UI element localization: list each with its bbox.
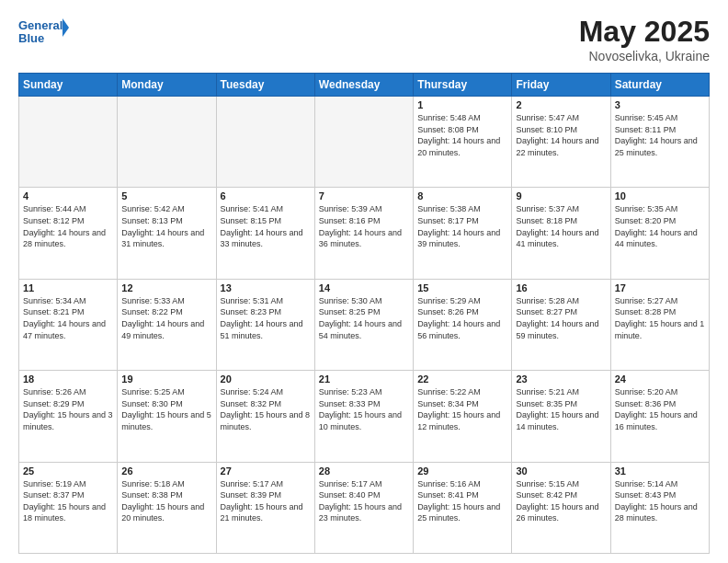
day-info: Sunrise: 5:29 AM Sunset: 8:26 PM Dayligh… [417, 295, 507, 341]
day-number: 30 [516, 465, 606, 477]
sunset-label: Sunset: 8:12 PM [23, 216, 85, 225]
day-number: 28 [319, 465, 409, 477]
day-info: Sunrise: 5:23 AM Sunset: 8:33 PM Dayligh… [319, 386, 409, 432]
calendar-cell: 25 Sunrise: 5:19 AM Sunset: 8:37 PM Dayl… [19, 462, 118, 553]
sunset-label: Sunset: 8:20 PM [615, 216, 677, 225]
calendar-cell: 6 Sunrise: 5:41 AM Sunset: 8:15 PM Dayli… [216, 188, 314, 279]
day-number: 29 [417, 465, 507, 477]
calendar-cell: 15 Sunrise: 5:29 AM Sunset: 8:26 PM Dayl… [414, 279, 512, 370]
sunrise-label: Sunrise: 5:44 AM [23, 204, 86, 213]
day-number: 27 [221, 465, 311, 477]
calendar-cell: 19 Sunrise: 5:25 AM Sunset: 8:30 PM Dayl… [118, 371, 216, 462]
day-info: Sunrise: 5:45 AM Sunset: 8:11 PM Dayligh… [615, 112, 705, 158]
sunrise-label: Sunrise: 5:39 AM [319, 204, 382, 213]
day-info: Sunrise: 5:41 AM Sunset: 8:15 PM Dayligh… [221, 203, 311, 249]
calendar-cell: 31 Sunrise: 5:14 AM Sunset: 8:43 PM Dayl… [610, 462, 709, 553]
daylight-label: Daylight: 15 hours and 3 minutes. [23, 410, 113, 431]
calendar-cell: 4 Sunrise: 5:44 AM Sunset: 8:12 PM Dayli… [19, 188, 118, 279]
calendar-cell: 24 Sunrise: 5:20 AM Sunset: 8:36 PM Dayl… [610, 371, 709, 462]
calendar-cell: 29 Sunrise: 5:16 AM Sunset: 8:41 PM Dayl… [414, 462, 512, 553]
calendar-day-header-saturday: Saturday [610, 74, 709, 97]
calendar-cell: 9 Sunrise: 5:37 AM Sunset: 8:18 PM Dayli… [512, 188, 610, 279]
sunrise-label: Sunrise: 5:21 AM [516, 387, 579, 396]
svg-text:General: General [18, 18, 63, 32]
sunrise-label: Sunrise: 5:47 AM [516, 113, 579, 122]
daylight-label: Daylight: 15 hours and 21 minutes. [221, 502, 303, 523]
calendar-day-header-friday: Friday [512, 74, 610, 97]
header: General Blue May 2025 Novoselivka, Ukrai… [18, 15, 710, 63]
daylight-label: Daylight: 14 hours and 28 minutes. [23, 228, 106, 249]
sunrise-label: Sunrise: 5:26 AM [23, 387, 86, 396]
sunset-label: Sunset: 8:39 PM [221, 490, 282, 500]
day-info: Sunrise: 5:39 AM Sunset: 8:16 PM Dayligh… [319, 203, 409, 249]
day-number: 18 [23, 373, 113, 385]
daylight-label: Daylight: 14 hours and 25 minutes. [615, 136, 698, 157]
daylight-label: Daylight: 15 hours and 18 minutes. [23, 502, 106, 523]
sunset-label: Sunset: 8:10 PM [516, 125, 577, 134]
sunrise-label: Sunrise: 5:37 AM [516, 204, 579, 213]
sunrise-label: Sunrise: 5:14 AM [615, 479, 678, 488]
calendar-cell [314, 97, 413, 188]
daylight-label: Daylight: 14 hours and 59 minutes. [516, 319, 598, 340]
logo-svg: General Blue [18, 15, 69, 52]
sunrise-label: Sunrise: 5:15 AM [516, 479, 579, 488]
daylight-label: Daylight: 14 hours and 39 minutes. [417, 228, 500, 249]
day-info: Sunrise: 5:25 AM Sunset: 8:30 PM Dayligh… [121, 386, 211, 432]
day-number: 7 [319, 190, 409, 201]
calendar-cell: 5 Sunrise: 5:42 AM Sunset: 8:13 PM Dayli… [118, 188, 216, 279]
calendar-cell: 1 Sunrise: 5:48 AM Sunset: 8:08 PM Dayli… [414, 97, 512, 188]
sunset-label: Sunset: 8:38 PM [121, 490, 183, 500]
page: General Blue May 2025 Novoselivka, Ukrai… [0, 0, 728, 563]
daylight-label: Daylight: 14 hours and 33 minutes. [221, 228, 303, 249]
day-info: Sunrise: 5:38 AM Sunset: 8:17 PM Dayligh… [417, 203, 507, 249]
sunrise-label: Sunrise: 5:35 AM [615, 204, 678, 213]
calendar-cell: 27 Sunrise: 5:17 AM Sunset: 8:39 PM Dayl… [216, 462, 314, 553]
daylight-label: Daylight: 15 hours and 16 minutes. [615, 410, 698, 431]
sunset-label: Sunset: 8:33 PM [319, 399, 381, 408]
day-info: Sunrise: 5:42 AM Sunset: 8:13 PM Dayligh… [121, 203, 211, 249]
sunrise-label: Sunrise: 5:27 AM [615, 296, 678, 305]
calendar-week-row-1: 1 Sunrise: 5:48 AM Sunset: 8:08 PM Dayli… [19, 97, 710, 188]
calendar-cell [118, 97, 216, 188]
sunrise-label: Sunrise: 5:34 AM [23, 296, 86, 305]
sunset-label: Sunset: 8:21 PM [23, 307, 85, 316]
sunrise-label: Sunrise: 5:24 AM [221, 387, 284, 396]
day-info: Sunrise: 5:48 AM Sunset: 8:08 PM Dayligh… [417, 112, 507, 158]
calendar-cell: 26 Sunrise: 5:18 AM Sunset: 8:38 PM Dayl… [118, 462, 216, 553]
title-block: May 2025 Novoselivka, Ukraine [579, 15, 710, 63]
calendar-week-row-5: 25 Sunrise: 5:19 AM Sunset: 8:37 PM Dayl… [19, 462, 710, 553]
daylight-label: Daylight: 14 hours and 49 minutes. [121, 319, 204, 340]
svg-text:Blue: Blue [18, 31, 44, 45]
day-info: Sunrise: 5:33 AM Sunset: 8:22 PM Dayligh… [121, 295, 211, 341]
calendar-cell: 21 Sunrise: 5:23 AM Sunset: 8:33 PM Dayl… [314, 371, 413, 462]
day-number: 21 [319, 373, 409, 385]
day-number: 13 [221, 282, 311, 293]
day-info: Sunrise: 5:44 AM Sunset: 8:12 PM Dayligh… [23, 203, 113, 249]
sunset-label: Sunset: 8:11 PM [615, 125, 677, 134]
day-info: Sunrise: 5:20 AM Sunset: 8:36 PM Dayligh… [615, 386, 705, 432]
daylight-label: Daylight: 14 hours and 56 minutes. [417, 319, 500, 340]
calendar-cell: 20 Sunrise: 5:24 AM Sunset: 8:32 PM Dayl… [216, 371, 314, 462]
calendar-cell: 30 Sunrise: 5:15 AM Sunset: 8:42 PM Dayl… [512, 462, 610, 553]
sunset-label: Sunset: 8:16 PM [319, 216, 381, 225]
sunrise-label: Sunrise: 5:41 AM [221, 204, 284, 213]
daylight-label: Daylight: 15 hours and 25 minutes. [417, 502, 500, 523]
sunrise-label: Sunrise: 5:19 AM [23, 479, 86, 488]
day-info: Sunrise: 5:24 AM Sunset: 8:32 PM Dayligh… [221, 386, 311, 432]
sunset-label: Sunset: 8:36 PM [615, 399, 677, 408]
daylight-label: Daylight: 14 hours and 41 minutes. [516, 228, 598, 249]
calendar-cell: 17 Sunrise: 5:27 AM Sunset: 8:28 PM Dayl… [610, 279, 709, 370]
calendar-cell: 3 Sunrise: 5:45 AM Sunset: 8:11 PM Dayli… [610, 97, 709, 188]
sunrise-label: Sunrise: 5:23 AM [319, 387, 382, 396]
sunset-label: Sunset: 8:17 PM [417, 216, 479, 225]
day-info: Sunrise: 5:21 AM Sunset: 8:35 PM Dayligh… [516, 386, 606, 432]
sunset-label: Sunset: 8:28 PM [615, 307, 677, 316]
day-number: 2 [516, 99, 606, 110]
sunset-label: Sunset: 8:25 PM [319, 307, 381, 316]
day-number: 25 [23, 465, 113, 477]
sunrise-label: Sunrise: 5:30 AM [319, 296, 382, 305]
sunset-label: Sunset: 8:18 PM [516, 216, 577, 225]
daylight-label: Daylight: 14 hours and 20 minutes. [417, 136, 500, 157]
daylight-label: Daylight: 15 hours and 10 minutes. [319, 410, 402, 431]
day-number: 24 [615, 373, 705, 385]
